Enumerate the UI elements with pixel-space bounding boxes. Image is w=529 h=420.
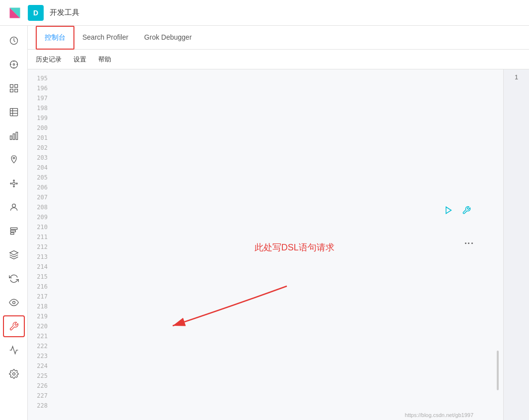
line-num-212: 212 xyxy=(28,242,48,252)
line-num-195: 195 xyxy=(28,73,48,83)
svg-rect-13 xyxy=(10,109,17,116)
svg-point-25 xyxy=(13,186,14,187)
svg-point-21 xyxy=(12,182,15,185)
sidebar-item-uptime[interactable] xyxy=(3,196,25,218)
line-num-206: 206 xyxy=(28,182,48,192)
sidebar-item-maps[interactable] xyxy=(3,149,25,171)
line-num-208: 208 xyxy=(28,202,48,212)
svg-point-28 xyxy=(12,373,15,375)
sidebar-item-monitoring[interactable] xyxy=(3,339,25,361)
sidebar xyxy=(0,26,28,420)
line-num-202: 202 xyxy=(28,143,48,153)
svg-point-27 xyxy=(12,301,15,304)
top-header: D 开发工具 xyxy=(0,0,529,26)
annotation-arrow xyxy=(133,276,322,341)
line-num-211: 211 xyxy=(28,232,48,242)
line-num-218: 218 xyxy=(28,301,48,311)
line-num-199: 199 xyxy=(28,113,48,123)
line-num-223: 223 xyxy=(28,351,48,361)
right-panel: 1 xyxy=(503,69,529,420)
scrollbar-area[interactable] xyxy=(496,69,499,420)
line-num-227: 227 xyxy=(28,391,48,401)
tab-console[interactable]: 控制台 xyxy=(36,26,74,50)
svg-point-22 xyxy=(10,183,11,184)
svg-point-23 xyxy=(16,183,17,184)
sidebar-item-settings[interactable] xyxy=(3,363,25,385)
svg-marker-29 xyxy=(446,207,452,214)
menu-history[interactable]: 历史记录 xyxy=(36,55,62,64)
line-num-219: 219 xyxy=(28,311,48,321)
sidebar-item-sync[interactable] xyxy=(3,268,25,290)
user-avatar[interactable]: D xyxy=(28,5,44,21)
svg-point-26 xyxy=(12,204,15,207)
tab-bar: 控制台 Search Profiler Grok Debugger xyxy=(28,26,529,50)
main-layout: 控制台 Search Profiler Grok Debugger 历史记录 设… xyxy=(0,26,529,420)
sidebar-item-logs[interactable] xyxy=(3,220,25,242)
line-num-204: 204 xyxy=(28,163,48,173)
line-num-222: 222 xyxy=(28,341,48,351)
sidebar-item-siem[interactable] xyxy=(3,244,25,266)
menu-help[interactable]: 帮助 xyxy=(98,55,111,64)
line-num-200: 200 xyxy=(28,123,48,133)
line-num-210: 210 xyxy=(28,222,48,232)
line-num-205: 205 xyxy=(28,173,48,182)
menu-bar: 历史记录 设置 帮助 xyxy=(28,50,529,69)
dots-menu[interactable]: ⋮ xyxy=(463,239,474,248)
svg-point-20 xyxy=(13,157,14,159)
line-num-215: 215 xyxy=(28,272,48,282)
line-num-217: 217 xyxy=(28,292,48,301)
line-num-198: 198 xyxy=(28,103,48,113)
line-num-226: 226 xyxy=(28,381,48,391)
line-num-196: 196 xyxy=(28,83,48,93)
line-num-203: 203 xyxy=(28,153,48,163)
line-num-216: 216 xyxy=(28,282,48,292)
app-title: 开发工具 xyxy=(50,8,79,17)
sidebar-item-metrics[interactable] xyxy=(3,125,25,147)
line-num-214: 214 xyxy=(28,262,48,272)
sidebar-item-signal[interactable] xyxy=(3,292,25,313)
sidebar-item-apm[interactable] xyxy=(3,173,25,194)
svg-rect-11 xyxy=(10,89,13,92)
play-button[interactable] xyxy=(442,203,456,217)
sidebar-item-devtools[interactable] xyxy=(3,315,25,337)
svg-rect-12 xyxy=(14,89,17,92)
line-num-224: 224 xyxy=(28,361,48,371)
sidebar-item-visualize[interactable] xyxy=(3,54,25,75)
tab-grok-debugger[interactable]: Grok Debugger xyxy=(136,26,200,50)
line-num-221: 221 xyxy=(28,331,48,341)
editor-container: 195 196 197 198 199 200 201 202 203 204 … xyxy=(28,69,529,420)
svg-point-24 xyxy=(13,180,14,181)
line-num-213: 213 xyxy=(28,252,48,262)
editor-content[interactable]: 此处写DSL语句请求 ⋮ https://blog.c xyxy=(54,69,503,420)
line-num-201: 201 xyxy=(28,133,48,143)
svg-rect-19 xyxy=(16,132,17,140)
line-num-207: 207 xyxy=(28,192,48,202)
svg-rect-10 xyxy=(14,85,17,88)
editor-placeholder: 此处写DSL语句请求 xyxy=(255,241,334,253)
svg-rect-9 xyxy=(10,85,13,88)
line-num-197: 197 xyxy=(28,93,48,103)
editor-actions xyxy=(442,203,473,217)
sidebar-item-canvas[interactable] xyxy=(3,101,25,123)
svg-point-4 xyxy=(13,63,14,65)
content-area: 控制台 Search Profiler Grok Debugger 历史记录 设… xyxy=(28,26,529,420)
menu-settings[interactable]: 设置 xyxy=(73,55,86,64)
line-numbers: 195 196 197 198 199 200 201 202 203 204 … xyxy=(28,69,54,420)
line-num-228: 228 xyxy=(28,401,48,411)
tab-search-profiler[interactable]: Search Profiler xyxy=(74,26,136,50)
line-num-209: 209 xyxy=(28,212,48,222)
svg-rect-18 xyxy=(13,134,14,140)
svg-rect-17 xyxy=(10,136,11,140)
line-num-225: 225 xyxy=(28,371,48,381)
kibana-logo-icon xyxy=(8,6,22,20)
scrollbar-thumb xyxy=(497,351,499,390)
line-num-220: 220 xyxy=(28,321,48,331)
right-panel-number: 1 xyxy=(515,73,518,81)
sidebar-item-dashboard[interactable] xyxy=(3,77,25,99)
sidebar-item-discover[interactable] xyxy=(3,30,25,52)
url-bar: https://blog.csdn.net/gb1997 xyxy=(405,412,473,418)
wrench-button[interactable] xyxy=(460,203,473,217)
